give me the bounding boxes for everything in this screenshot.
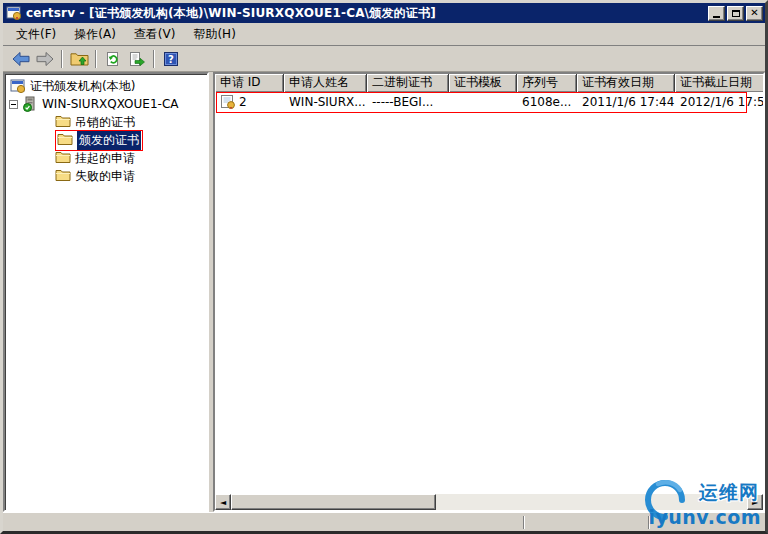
menu-action[interactable]: 操作(A) [65, 24, 125, 45]
column-header-binary-cert[interactable]: 二进制证书 [367, 74, 449, 92]
tree-item-certification-authority[interactable]: 证书颁发机构(本地) [5, 77, 207, 95]
column-header-request-id[interactable]: 申请 ID [215, 74, 284, 92]
ca-server-icon [22, 96, 38, 112]
tree-item-failed-requests[interactable]: 失败的申请 [5, 167, 207, 185]
certsrv-console-icon [6, 5, 22, 21]
cell-requester: WIN-SIURX... [284, 95, 367, 109]
toolbar-separator [61, 50, 63, 68]
up-folder-icon [70, 51, 89, 67]
export-list-icon [128, 51, 146, 67]
toolbar-separator [153, 50, 155, 68]
folder-icon [55, 114, 71, 130]
column-header-requester[interactable]: 申请人姓名 [284, 74, 367, 92]
scrollbar-track[interactable] [436, 494, 747, 510]
cell-valid-date: 2011/1/6 17:44 [577, 95, 675, 109]
tree-item-label: 颁发的证书 [77, 131, 141, 150]
export-list-button[interactable] [125, 48, 149, 70]
cell-expiry-date: 2012/1/6 17:5 [675, 95, 763, 109]
help-icon: ? [163, 51, 179, 67]
tree-item-pending-requests[interactable]: 挂起的申请 [5, 149, 207, 167]
folder-icon [57, 132, 73, 148]
back-arrow-icon [11, 51, 31, 67]
back-button[interactable] [9, 48, 33, 70]
column-header-valid-date[interactable]: 证书有效日期 [577, 74, 675, 92]
menu-file[interactable]: 文件(F) [7, 24, 65, 45]
column-header-expiry-date[interactable]: 证书截止日期 [675, 74, 763, 92]
console-content: 证书颁发机构(本地) WIN-SIURXQXOUE1-CA [3, 72, 765, 512]
titlebar: certsrv - [证书颁发机构(本地)\WIN-SIURXQXOUE1-CA… [3, 3, 765, 23]
column-header-cert-template[interactable]: 证书模板 [449, 74, 517, 92]
statusbar-divider [523, 516, 525, 529]
certificate-icon [220, 94, 236, 110]
horizontal-scrollbar[interactable]: ◄ ► [215, 494, 763, 510]
forward-arrow-icon [35, 51, 55, 67]
minimize-button[interactable] [708, 6, 725, 21]
cell-request-id: 2 [215, 94, 284, 110]
cell-serial-number: 6108e... [517, 95, 577, 109]
refresh-button[interactable] [101, 48, 125, 70]
collapse-expander-icon[interactable] [9, 100, 18, 109]
column-header-serial-number[interactable]: 序列号 [517, 74, 577, 92]
scroll-left-icon[interactable]: ◄ [215, 494, 231, 510]
statusbar [3, 512, 765, 531]
annotation-red-box: 颁发的证书 [55, 130, 143, 151]
menu-view[interactable]: 查看(V) [125, 24, 185, 45]
list-header: 申请 ID 申请人姓名 二进制证书 证书模板 序列号 证书有效日期 证书截止日期 [215, 74, 763, 92]
tree-item-label: WIN-SIURXQXOUE1-CA [42, 97, 178, 111]
menubar: 文件(F) 操作(A) 查看(V) 帮助(H) [3, 23, 765, 46]
tree-item-label: 失败的申请 [75, 168, 135, 185]
help-button[interactable]: ? [159, 48, 183, 70]
tree-item-label: 证书颁发机构(本地) [30, 78, 135, 95]
menu-help[interactable]: 帮助(H) [184, 24, 244, 45]
list-body: 2 WIN-SIURX... -----BEGI... 6108e... 201… [215, 92, 763, 494]
tree-item-revoked-certificates[interactable]: 吊销的证书 [5, 113, 207, 131]
up-one-level-button[interactable] [67, 48, 91, 70]
scrollbar-thumb[interactable] [231, 494, 436, 510]
details-list-panel: 申请 ID 申请人姓名 二进制证书 证书模板 序列号 证书有效日期 证书截止日期 [213, 72, 765, 512]
certification-authority-icon [10, 78, 26, 94]
tree-item-label: 挂起的申请 [75, 150, 135, 167]
cell-text: 2 [239, 95, 247, 109]
refresh-icon [105, 51, 121, 67]
statusbar-divider [648, 516, 650, 529]
svg-text:?: ? [168, 54, 174, 65]
close-button[interactable]: ✕ [746, 6, 763, 21]
forward-button[interactable] [33, 48, 57, 70]
folder-icon [55, 168, 71, 184]
certificate-row[interactable]: 2 WIN-SIURX... -----BEGI... 6108e... 201… [215, 92, 763, 112]
scroll-right-icon[interactable]: ► [747, 494, 763, 510]
tree-item-ca-server[interactable]: WIN-SIURXQXOUE1-CA [5, 95, 207, 113]
toolbar: ? [3, 46, 765, 72]
toolbar-separator [95, 50, 97, 68]
tree-item-issued-certificates[interactable]: 颁发的证书 [5, 131, 207, 149]
window-title: certsrv - [证书颁发机构(本地)\WIN-SIURXQXOUE1-CA… [26, 5, 706, 22]
maximize-button[interactable] [727, 6, 744, 21]
certsrv-window: certsrv - [证书颁发机构(本地)\WIN-SIURXQXOUE1-CA… [0, 0, 768, 534]
console-tree-panel: 证书颁发机构(本地) WIN-SIURXQXOUE1-CA [3, 72, 209, 512]
tree-item-label: 吊销的证书 [75, 114, 135, 131]
cell-binary-cert: -----BEGI... [367, 95, 449, 109]
folder-icon [55, 150, 71, 166]
